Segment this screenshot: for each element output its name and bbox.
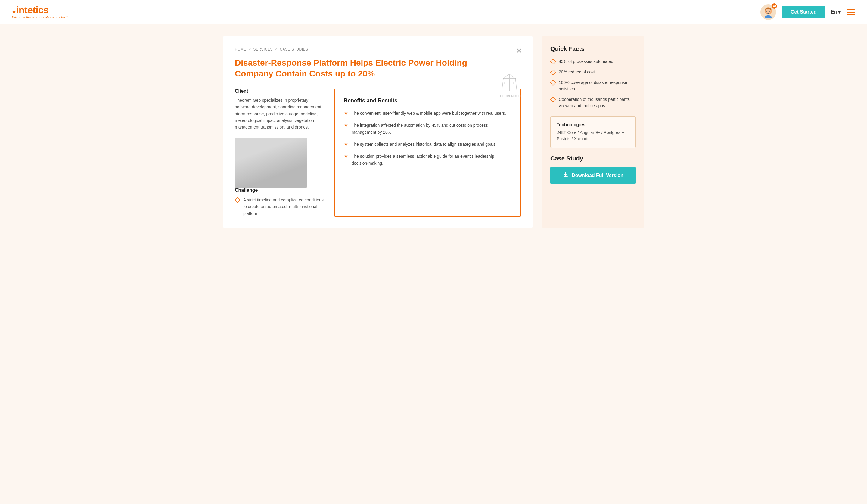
download-full-version-button[interactable]: Download Full Version: [550, 167, 636, 184]
benefits-heading: Benefits and Results: [344, 98, 511, 104]
svg-point-17: [504, 83, 505, 84]
svg-rect-6: [773, 6, 775, 6]
language-selector[interactable]: En ▾: [831, 9, 841, 15]
hamburger-line-3: [846, 14, 855, 15]
breadcrumb: HOME < SERVICES < CASE STUDIES: [235, 47, 521, 52]
page-body: HOME < SERVICES < CASE STUDIES ✕ Disaste…: [0, 24, 867, 504]
page-title: Disaster-Response Platform Helps Electri…: [235, 57, 475, 79]
svg-rect-30: [235, 197, 240, 202]
logo-text: ★intetics: [12, 5, 69, 15]
svg-rect-22: [266, 148, 288, 163]
hamburger-line-1: [846, 9, 855, 10]
svg-rect-20: [235, 168, 307, 187]
challenge-text: A strict timeline and complicated condit…: [243, 196, 325, 217]
quick-fact-4: Cooperation of thousands participants vi…: [550, 96, 636, 109]
svg-rect-19: [235, 138, 307, 187]
left-column: Client Theorem Geo specializes in propri…: [235, 88, 325, 217]
quick-fact-text-3: 100% coverage of disaster response activ…: [559, 79, 636, 92]
client-logo-area: THEOREMGEO: [498, 73, 521, 98]
svg-rect-28: [286, 164, 288, 170]
quick-fact-text-1: 45% of processes automated: [559, 58, 613, 65]
client-description: Theorem Geo specializes in proprietary s…: [235, 97, 325, 131]
benefit-text-3: The system collects and analyzes histori…: [352, 141, 497, 148]
lang-arrow-icon: ▾: [838, 9, 841, 15]
logo[interactable]: ★intetics Where software concepts come a…: [12, 5, 69, 19]
notification-badge: [772, 3, 777, 9]
quick-fact-text-2: 20% reduce of cost: [559, 69, 595, 75]
site-header: ★intetics Where software concepts come a…: [0, 0, 867, 24]
benefit-text-2: The integration affected the automation …: [352, 122, 511, 136]
svg-rect-21: [265, 147, 289, 165]
svg-rect-33: [550, 81, 556, 86]
client-logo-text: THEOREMGEO: [498, 95, 521, 98]
avatar-wrapper[interactable]: [760, 4, 776, 20]
benefits-box: Benefits and Results ★ The convenient, u…: [334, 88, 521, 217]
logo-tagline: Where software concepts come alive™: [12, 15, 69, 19]
case-study-title: Case Study: [550, 155, 636, 162]
breadcrumb-sep-2: <: [275, 47, 278, 52]
svg-rect-29: [278, 169, 285, 171]
benefit-item-2: ★ The integration affected the automatio…: [344, 122, 511, 136]
breadcrumb-services[interactable]: SERVICES: [254, 47, 273, 52]
technologies-title: Technologies: [557, 122, 630, 127]
close-button[interactable]: ✕: [516, 47, 522, 54]
svg-line-11: [502, 78, 503, 90]
svg-rect-35: [564, 176, 568, 177]
svg-marker-5: [773, 7, 774, 8]
quick-fact-2: 20% reduce of cost: [550, 69, 636, 75]
header-actions: Get Started En ▾: [760, 4, 855, 20]
benefit-star-2: ★: [344, 122, 348, 128]
logo-star-icon: ★: [12, 9, 16, 14]
quick-facts-title: Quick Facts: [550, 45, 636, 52]
svg-point-23: [264, 165, 278, 174]
breadcrumb-home[interactable]: HOME: [235, 47, 246, 52]
svg-line-13: [503, 74, 509, 78]
svg-rect-31: [550, 59, 556, 64]
challenge-item: A strict timeline and complicated condit…: [235, 196, 325, 217]
breadcrumb-sep-1: <: [249, 47, 251, 52]
benefit-item-3: ★ The system collects and analyzes histo…: [344, 141, 511, 148]
content-panel: HOME < SERVICES < CASE STUDIES ✕ Disaste…: [223, 36, 533, 228]
technologies-text: .NET Core / Angular 9+ / Postgres + Post…: [557, 129, 630, 142]
benefit-star-1: ★: [344, 110, 348, 116]
quick-fact-3: 100% coverage of disaster response activ…: [550, 79, 636, 92]
benefit-item-4: ★ The solution provides a seamless, acti…: [344, 153, 511, 167]
fact-diamond-icon-3: [550, 80, 556, 86]
content-grid: Client Theorem Geo specializes in propri…: [235, 88, 521, 217]
quick-fact-1: 45% of processes automated: [550, 58, 636, 65]
benefit-item-1: ★ The convenient, user-friendly web & mo…: [344, 110, 511, 117]
lang-label: En: [831, 9, 837, 15]
download-icon: [563, 172, 569, 179]
technologies-box: Technologies .NET Core / Angular 9+ / Po…: [550, 116, 636, 148]
svg-rect-34: [550, 97, 556, 103]
svg-point-15: [503, 78, 504, 79]
svg-rect-27: [283, 164, 286, 170]
benefit-star-3: ★: [344, 141, 348, 147]
breadcrumb-case-studies[interactable]: CASE STUDIES: [280, 47, 308, 52]
hamburger-line-2: [846, 12, 855, 13]
svg-line-14: [509, 74, 515, 78]
get-started-button[interactable]: Get Started: [782, 6, 825, 18]
quick-fact-text-4: Cooperation of thousands participants vi…: [559, 96, 636, 109]
client-logo-icon: [500, 73, 518, 92]
benefit-text-4: The solution provides a seamless, action…: [352, 153, 511, 167]
download-label: Download Full Version: [572, 173, 623, 178]
challenge-diamond-icon: [235, 197, 240, 203]
svg-rect-2: [767, 11, 767, 12]
challenge-heading: Challenge: [235, 187, 325, 193]
client-image: [235, 138, 307, 187]
drone-image-svg: [235, 138, 307, 187]
svg-rect-4: [773, 4, 776, 7]
chat-icon: [772, 4, 776, 8]
svg-line-12: [515, 78, 517, 90]
svg-rect-26: [268, 164, 270, 170]
svg-point-18: [513, 83, 514, 84]
svg-rect-32: [550, 70, 556, 75]
fact-diamond-icon-4: [550, 97, 556, 103]
sidebar: Quick Facts 45% of processes automated 2…: [542, 36, 644, 228]
menu-button[interactable]: [846, 9, 855, 15]
svg-point-24: [276, 167, 290, 174]
fact-diamond-icon-2: [550, 69, 556, 75]
client-heading: Client: [235, 88, 325, 94]
fact-diamond-icon-1: [550, 59, 556, 64]
